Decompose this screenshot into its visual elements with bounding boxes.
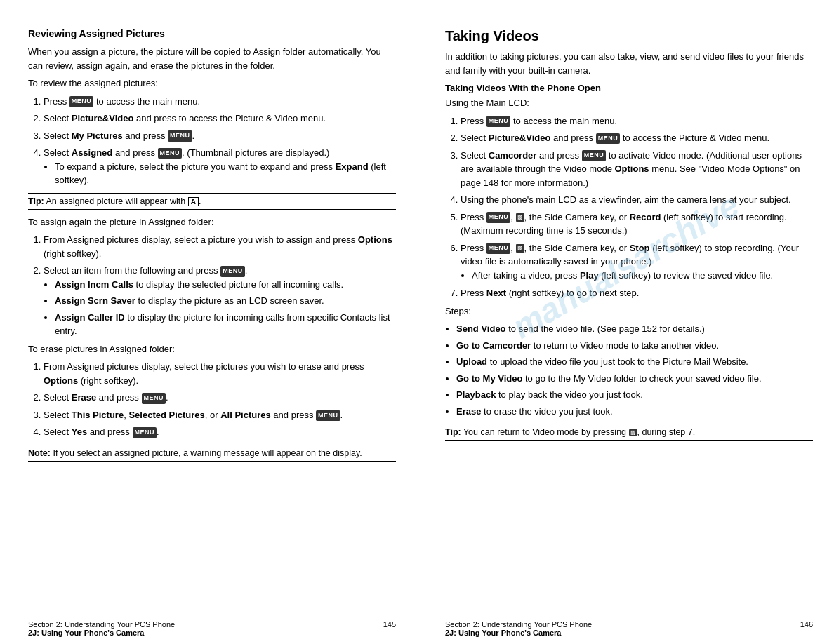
list-item: Select Camcorder and press MENU to activ… bbox=[461, 149, 813, 190]
steps-heading: Steps: bbox=[445, 304, 813, 318]
cam-icon: ▩ bbox=[516, 213, 524, 222]
menu-btn-icon: MENU bbox=[133, 427, 157, 438]
list-item: Upload to upload the video file you just… bbox=[456, 355, 813, 369]
left-section-title: Reviewing Assigned Pictures bbox=[28, 28, 396, 39]
left-intro: When you assign a picture, the picture w… bbox=[28, 45, 396, 72]
review-heading: To review the assigned pictures: bbox=[28, 76, 396, 90]
list-item: Assign Scrn Saver to display the picture… bbox=[55, 294, 396, 308]
step6-bullets: After taking a video, press Play (left s… bbox=[472, 269, 813, 283]
tip-text: Tip: An assigned picture will appear wit… bbox=[28, 196, 201, 206]
review-steps-list: Press MENU to access the main menu. Sele… bbox=[44, 95, 396, 187]
list-item: Using the phone's main LCD as a viewfind… bbox=[461, 193, 813, 207]
list-item: Press Next (right softkey) to go to next… bbox=[461, 286, 813, 300]
right-footer-chapter: 2J: Using Your Phone's Camera bbox=[445, 629, 592, 637]
menu-btn-icon: MENU bbox=[168, 130, 192, 142]
right-intro: In addition to taking pictures, you can … bbox=[445, 50, 813, 77]
list-item: Assign Incm Calls to display the selecte… bbox=[55, 278, 396, 292]
list-item: Press MENU, ▩, the Side Camera key, or R… bbox=[461, 210, 813, 238]
note-text: Note: If you select an assigned picture,… bbox=[28, 448, 362, 458]
right-section-title: Taking Videos bbox=[445, 28, 813, 44]
list-item: Select Assigned and press MENU. (Thumbna… bbox=[44, 146, 396, 187]
list-item: Assign Caller ID to display the picture … bbox=[55, 311, 396, 338]
cam-icon-2: ▩ bbox=[516, 244, 524, 253]
list-item: Press MENU to access the main menu. bbox=[44, 95, 396, 109]
left-footer-page: 145 bbox=[383, 620, 396, 629]
menu-btn-icon: MENU bbox=[220, 266, 245, 277]
list-item: Select My Pictures and press MENU. bbox=[44, 129, 396, 143]
list-item: Press MENU, ▩, the Side Camera key, or S… bbox=[461, 241, 813, 283]
assign-steps-list: From Assigned pictures display, select a… bbox=[44, 233, 396, 338]
right-footer-section: Section 2: Understanding Your PCS Phone bbox=[445, 620, 592, 629]
right-page: manualsarchive Taking Videos In addition… bbox=[417, 14, 834, 644]
right-footer-page: 146 bbox=[800, 620, 813, 629]
tip-box-right: Tip: You can return to Video mode by pre… bbox=[445, 424, 813, 441]
menu-btn-icon: MENU bbox=[486, 116, 511, 127]
list-item: To expand a picture, select the picture … bbox=[55, 160, 396, 187]
list-item: Select Picture&Video and press to access… bbox=[44, 112, 396, 126]
menu-btn-icon: MENU bbox=[158, 148, 183, 159]
sub-bullets: To expand a picture, select the picture … bbox=[55, 160, 396, 187]
list-item: After taking a video, press Play (left s… bbox=[472, 269, 813, 283]
list-item: From Assigned pictures display, select t… bbox=[44, 360, 396, 387]
list-item: From Assigned pictures display, select a… bbox=[44, 233, 396, 260]
menu-btn-icon: MENU bbox=[596, 133, 621, 145]
assign-icon: A bbox=[188, 197, 199, 206]
list-item: Playback to play back the video you just… bbox=[456, 388, 813, 402]
cam-icon-tip: ▩ bbox=[629, 429, 637, 436]
left-footer-section: Section 2: Understanding Your PCS Phone bbox=[28, 620, 175, 629]
tip-box-1: Tip: An assigned picture will appear wit… bbox=[28, 193, 396, 210]
left-page: Reviewing Assigned Pictures When you ass… bbox=[0, 14, 417, 644]
menu-btn-icon: MENU bbox=[486, 212, 511, 223]
list-item: Select Yes and press MENU. bbox=[44, 425, 396, 439]
list-item: Select Erase and press MENU. bbox=[44, 391, 396, 405]
assign-bullets: Assign Incm Calls to display the selecte… bbox=[55, 278, 396, 338]
list-item: Select This Picture, Selected Pictures, … bbox=[44, 408, 396, 422]
subsection-title: Taking Videos With the Phone Open bbox=[445, 83, 813, 93]
right-steps-list: Press MENU to access the main menu. Sele… bbox=[461, 114, 813, 300]
right-footer: Section 2: Understanding Your PCS Phone … bbox=[445, 620, 813, 637]
list-item: Send Video to send the video file. (See … bbox=[456, 322, 813, 336]
list-item: Select Picture&Video and press MENU to a… bbox=[461, 131, 813, 145]
list-item: Go to My Video to go to the My Video fol… bbox=[456, 372, 813, 386]
menu-btn-icon: MENU bbox=[142, 393, 166, 404]
left-footer-chapter: 2J: Using Your Phone's Camera bbox=[28, 629, 175, 637]
right-tip-text: Tip: You can return to Video mode by pre… bbox=[445, 427, 695, 437]
list-item: Select an item from the following and pr… bbox=[44, 264, 396, 338]
list-item: Go to Camcorder to return to Video mode … bbox=[456, 339, 813, 353]
menu-btn-icon: MENU bbox=[582, 150, 607, 161]
assign-heading: To assign again the picture in Assigned … bbox=[28, 215, 396, 229]
left-footer: Section 2: Understanding Your PCS Phone … bbox=[28, 620, 396, 637]
note-box-1: Note: If you select an assigned picture,… bbox=[28, 445, 396, 462]
list-item: Erase to erase the video you just took. bbox=[456, 405, 813, 419]
list-item: Press MENU to access the main menu. bbox=[461, 114, 813, 128]
steps-bullets-list: Send Video to send the video file. (See … bbox=[456, 322, 813, 418]
menu-btn-icon: MENU bbox=[70, 96, 94, 107]
erase-heading: To erase pictures in Assigned folder: bbox=[28, 342, 396, 356]
menu-btn-icon: MENU bbox=[486, 243, 511, 254]
lcd-heading: Using the Main LCD: bbox=[445, 96, 813, 110]
menu-btn-icon: MENU bbox=[316, 410, 340, 422]
erase-steps-list: From Assigned pictures display, select t… bbox=[44, 360, 396, 439]
